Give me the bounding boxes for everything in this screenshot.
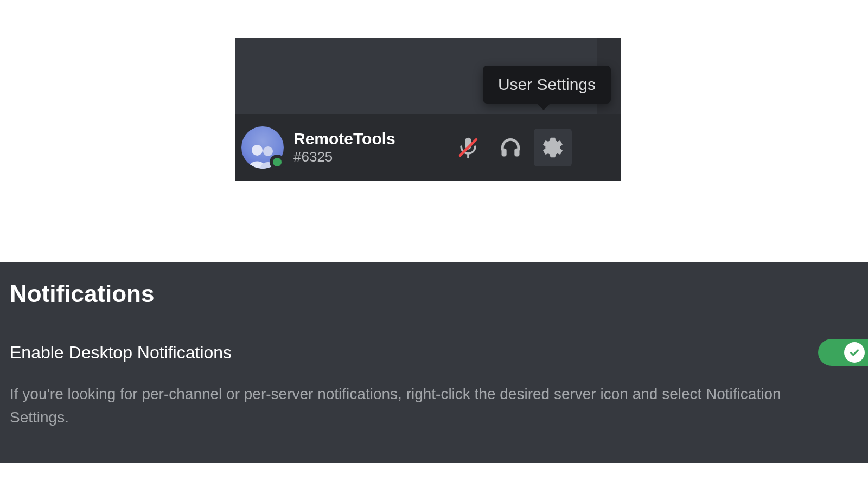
status-online-icon [270,155,285,170]
mute-button[interactable] [449,129,487,166]
user-area: RemoteTools #6325 [235,114,621,181]
check-icon [848,346,860,358]
setting-label: Enable Desktop Notifications [10,343,232,363]
user-settings-button[interactable] [534,129,572,166]
user-controls [449,129,572,166]
discriminator-label: #6325 [293,149,449,165]
user-panel: User Settings RemoteTools #6325 [235,38,621,181]
svg-point-0 [252,145,263,156]
tooltip-text: User Settings [498,75,596,93]
avatar-wrap[interactable] [241,126,284,169]
desktop-notifications-toggle[interactable] [818,339,868,366]
toggle-knob [844,342,865,363]
setting-description: If you're looking for per-channel or per… [10,382,813,429]
svg-point-1 [263,146,273,156]
user-settings-tooltip: User Settings [483,66,611,104]
svg-rect-4 [502,149,507,157]
username-label: RemoteTools [293,130,449,147]
microphone-muted-icon [456,136,480,159]
setting-row: Enable Desktop Notifications [10,339,858,366]
page-title: Notifications [10,280,858,307]
user-info[interactable]: RemoteTools #6325 [293,130,449,165]
deafen-button[interactable] [492,129,529,166]
notifications-settings-panel: Notifications Enable Desktop Notificatio… [0,262,868,463]
svg-rect-5 [514,149,519,157]
gear-icon [541,136,565,159]
headphones-icon [499,136,522,159]
